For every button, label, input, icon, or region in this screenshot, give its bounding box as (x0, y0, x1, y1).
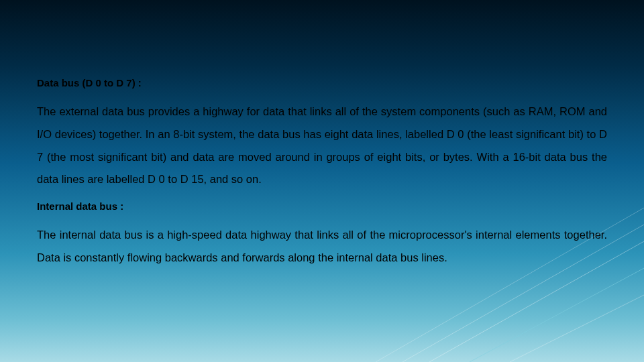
heading-data-bus: Data bus (D 0 to D 7) : (37, 77, 607, 88)
heading-internal-bus: Internal data bus : (37, 200, 607, 212)
svg-line-2 (470, 268, 644, 362)
slide-container: Data bus (D 0 to D 7) : The external dat… (0, 0, 644, 362)
svg-line-4 (510, 295, 644, 362)
slide-content: Data bus (D 0 to D 7) : The external dat… (37, 77, 607, 279)
paragraph-data-bus: The external data bus provides a highway… (37, 101, 607, 191)
paragraph-internal-bus: The internal data bus is a high-speed da… (37, 224, 607, 269)
